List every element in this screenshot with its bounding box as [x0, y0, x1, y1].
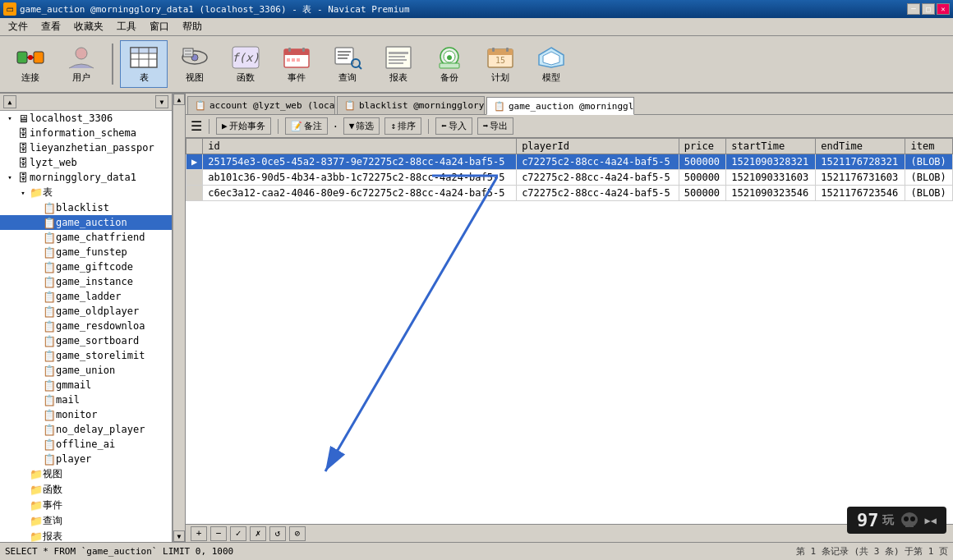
sidebar-item-no_delay_player[interactable]: 📋no_delay_player [0, 422, 172, 437]
toolbar-backup[interactable]: ● 备份 [426, 40, 473, 88]
menu-help[interactable]: 帮助 [176, 18, 209, 35]
expander-localhost[interactable]: ▾ [3, 112, 16, 125]
sidebar-item-game_resdownloa[interactable]: 📋game_resdownloa [0, 319, 172, 333]
confirm-btn[interactable]: ✓ [230, 526, 246, 541]
toolbar-report[interactable]: 报表 [375, 40, 422, 88]
sidebar-item-lieyanzhetian[interactable]: 🗄lieyanzhetian_passpor [0, 140, 172, 155]
toolbar-function[interactable]: f(x) 函数 [222, 40, 269, 88]
expander-game_instance[interactable] [30, 275, 43, 288]
sidebar-item-game_storelimit[interactable]: 📋game_storelimit [0, 348, 172, 363]
expander-information_schema[interactable] [3, 126, 16, 140]
toolbar-event[interactable]: 事件 [273, 40, 320, 88]
cell-starttime[interactable]: 1521090331603 [726, 170, 816, 186]
sidebar-item-blacklist[interactable]: 📋blacklist [0, 200, 172, 215]
table-row[interactable]: ab101c36-90d5-4b34-a3bb-1c72275c2-88cc-4… [186, 170, 953, 186]
menu-file[interactable]: 文件 [2, 18, 35, 35]
row-indicator[interactable] [186, 186, 203, 201]
expander-game_auction[interactable] [30, 216, 43, 229]
toolbar-view[interactable]: 视图 [171, 40, 219, 88]
refresh-btn[interactable]: ↺ [269, 526, 286, 541]
cell-playerid[interactable]: c72275c2-88cc-4a24-baf5-5 [517, 154, 679, 170]
sidebar-item-events_folder[interactable]: 📁事件 [0, 498, 172, 513]
toolbar-model[interactable]: 模型 [527, 40, 575, 88]
sidebar-item-morningglory_data1[interactable]: ▾🗄morningglory_data1 [0, 170, 172, 185]
expander-offline_ai[interactable] [30, 438, 43, 451]
cell-item[interactable]: (BLOB) [905, 170, 953, 186]
expander-player[interactable] [30, 452, 43, 466]
sidebar-item-tables_folder[interactable]: ▾📁表 [0, 185, 172, 200]
sidebar-scroll-down[interactable]: ▼ [155, 95, 168, 108]
sidebar-item-game_funstep[interactable]: 📋game_funstep [0, 245, 172, 259]
cell-item[interactable]: (BLOB) [905, 186, 953, 201]
cell-id[interactable]: ab101c36-90d5-4b34-a3bb-1c72275c2-88cc-4… [203, 170, 517, 186]
export-btn[interactable]: ➡ 导出 [477, 117, 514, 135]
sidebar-item-localhost[interactable]: ▾🖥localhost_3306 [0, 111, 172, 126]
expander-funcs_folder[interactable] [16, 484, 30, 497]
expander-no_delay_player[interactable] [30, 423, 43, 436]
row-indicator[interactable]: ▶ [186, 154, 203, 170]
toolbar-table[interactable]: 表 [120, 40, 168, 88]
minimize-button[interactable]: ─ [907, 3, 920, 15]
expander-game_sortboard[interactable] [30, 334, 43, 347]
col-endtime[interactable]: endTime [816, 139, 905, 154]
scroll-up-btn[interactable]: ▲ [173, 94, 185, 105]
sidebar-item-game_chatfriend[interactable]: 📋game_chatfriend [0, 230, 172, 245]
cell-endtime[interactable]: 1521176731603 [816, 170, 905, 186]
expander-events_folder[interactable] [16, 499, 30, 512]
menu-icon[interactable]: ☰ [191, 118, 202, 134]
sidebar-item-lyzt_web[interactable]: 🗄lyzt_web [0, 155, 172, 170]
sidebar-item-game_instance[interactable]: 📋game_instance [0, 274, 172, 289]
sidebar-item-game_oldplayer[interactable]: 📋game_oldplayer [0, 304, 172, 319]
sidebar-item-game_auction[interactable]: 📋game_auction [0, 215, 172, 230]
scroll-down-btn[interactable]: ▼ [173, 530, 185, 542]
cell-endtime[interactable]: 1521176723546 [816, 186, 905, 201]
sidebar-item-monitor[interactable]: 📋monitor [0, 407, 172, 422]
cell-id[interactable]: c6ec3a12-caa2-4046-80e9-6c72275c2-88cc-4… [203, 186, 517, 201]
window-controls[interactable]: ─ □ ✕ [907, 3, 950, 15]
sidebar-scroll-up[interactable]: ▲ [3, 95, 16, 108]
tab-game-auction[interactable]: 📋 game_auction @morningglor... [486, 97, 634, 115]
col-item[interactable]: item [905, 139, 953, 154]
expander-reports_folder[interactable] [16, 530, 30, 543]
menu-window[interactable]: 窗口 [143, 18, 176, 35]
cell-item[interactable]: (BLOB) [905, 154, 953, 170]
cell-playerid[interactable]: c72275c2-88cc-4a24-baf5-5 [517, 170, 679, 186]
expander-lyzt_web[interactable] [3, 156, 16, 169]
expander-game_oldplayer[interactable] [30, 305, 43, 318]
sidebar-item-queries_folder[interactable]: 📁查询 [0, 513, 172, 529]
menu-view[interactable]: 查看 [35, 18, 67, 35]
expander-game_giftcode[interactable] [30, 260, 43, 273]
maximize-button[interactable]: □ [922, 3, 935, 15]
expander-game_chatfriend[interactable] [30, 231, 43, 244]
sidebar-item-game_union[interactable]: 📋game_union [0, 363, 172, 378]
sidebar-item-game_sortboard[interactable]: 📋game_sortboard [0, 333, 172, 348]
menu-favorites[interactable]: 收藏夹 [67, 18, 110, 35]
cell-price[interactable]: 500000 [679, 170, 726, 186]
row-indicator[interactable] [186, 170, 203, 186]
expander-mail[interactable] [30, 393, 43, 406]
cell-endtime[interactable]: 1521176728321 [816, 154, 905, 170]
sidebar-item-player[interactable]: 📋player [0, 452, 172, 466]
cell-playerid[interactable]: c72275c2-88cc-4a24-baf5-5 [517, 186, 679, 201]
expander-morningglory_data1[interactable]: ▾ [3, 171, 16, 184]
toolbar-query[interactable]: 查询 [324, 40, 371, 88]
sidebar-item-views_folder[interactable]: 📁视图 [0, 466, 172, 482]
cancel-btn[interactable]: ✗ [250, 526, 266, 541]
sidebar-item-mail[interactable]: 📋mail [0, 392, 172, 407]
toolbar-connect[interactable]: 连接 [7, 40, 54, 88]
toolbar-schedule[interactable]: 15 计划 [476, 40, 524, 88]
col-price[interactable]: price [679, 139, 726, 154]
expander-queries_folder[interactable] [16, 515, 30, 528]
add-row-btn[interactable]: + [191, 526, 207, 541]
toolbar-user[interactable]: 用户 [58, 40, 105, 88]
table-row[interactable]: ▶251754e3-0ce5-45a2-8377-9e72275c2-88cc-… [186, 154, 953, 170]
cell-starttime[interactable]: 1521090328321 [726, 154, 816, 170]
filter-btn[interactable]: ▼ 筛选 [343, 117, 380, 135]
delete-row-btn[interactable]: − [210, 526, 227, 541]
expander-views_folder[interactable] [16, 468, 30, 481]
expander-blacklist[interactable] [30, 201, 43, 214]
col-playerid[interactable]: playerId [517, 139, 679, 154]
col-starttime[interactable]: startTime [726, 139, 816, 154]
close-button[interactable]: ✕ [937, 3, 950, 15]
sidebar-item-reports_folder[interactable]: 📁报表 [0, 529, 172, 542]
